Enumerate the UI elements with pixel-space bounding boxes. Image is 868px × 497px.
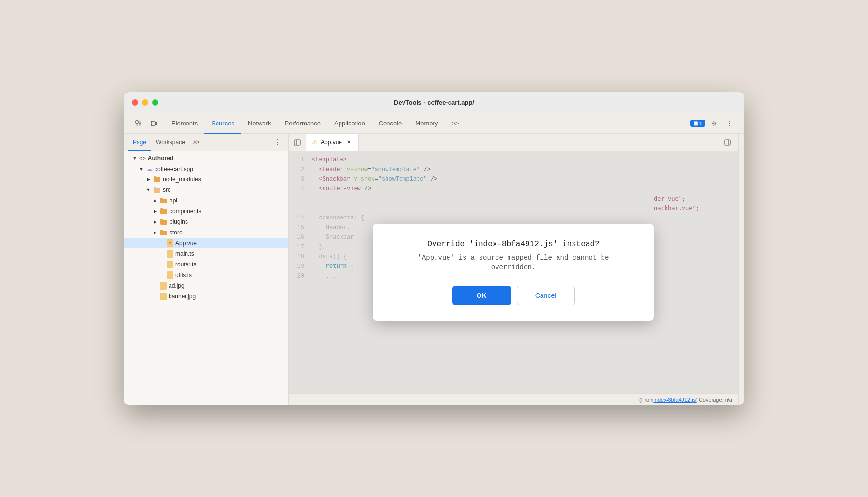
panel-tab-more[interactable]: >>: [190, 134, 202, 151]
tree-src[interactable]: ▼ src: [124, 185, 288, 195]
left-panel: Page Workspace >> ⋮ ▼ <> Authored ▼: [124, 134, 289, 405]
svg-rect-0: [136, 121, 138, 123]
dialog-buttons: OK Cancel: [396, 286, 631, 305]
api-chevron: ▶: [152, 198, 158, 203]
panel-options-icon[interactable]: ⋮: [271, 134, 284, 151]
file-icon-main-ts: [167, 250, 173, 258]
toolbar-right: ▦ 1 ⚙ ⋮: [686, 113, 740, 133]
cancel-button[interactable]: Cancel: [517, 286, 575, 305]
svg-rect-5: [151, 121, 155, 126]
traffic-lights: [132, 99, 158, 106]
tab-console[interactable]: Console: [372, 114, 409, 134]
authored-brackets: <>: [140, 155, 146, 161]
folder-icon-api: [160, 197, 168, 204]
editor-right-panel-icon[interactable]: [721, 136, 734, 149]
tree-components[interactable]: ▶ components: [124, 206, 288, 217]
folder-icon-store: [160, 229, 168, 236]
tab-page[interactable]: Page: [128, 134, 151, 151]
status-link[interactable]: index-8bfa4912.js: [653, 397, 696, 403]
src-chevron: ▼: [145, 187, 151, 193]
status-text-suffix: ) Coverage: n/a: [696, 397, 732, 403]
status-text-prefix: (From: [639, 397, 653, 403]
right-panel: ⚠ App.vue ✕ 1 <: [289, 134, 738, 405]
tab-network[interactable]: Network: [241, 114, 278, 134]
tab-warning-icon: ⚠: [312, 139, 318, 146]
tab-sources[interactable]: Sources: [204, 114, 241, 134]
device-icon[interactable]: [147, 117, 161, 130]
tree-main-ts[interactable]: ▶ main.ts: [124, 248, 288, 259]
inspect-icon[interactable]: [132, 117, 145, 130]
tree-ad-jpg[interactable]: ▶ ad.jpg: [124, 280, 288, 291]
file-icon-banner-jpg: [160, 293, 167, 300]
tree-store[interactable]: ▶ store: [124, 227, 288, 238]
dialog-box: Override 'index-8bfa4912.js' instead? 'A…: [373, 224, 654, 321]
svg-rect-7: [294, 140, 300, 145]
tab-workspace[interactable]: Workspace: [151, 134, 190, 151]
sidebar-toggle-icon[interactable]: [289, 134, 306, 151]
file-icon-router-ts: [167, 261, 173, 268]
svg-rect-6: [155, 122, 157, 125]
svg-rect-9: [725, 140, 730, 145]
status-bar: (From index-8bfa4912.js ) Coverage: n/a: [289, 393, 738, 405]
tab-performance[interactable]: Performance: [278, 114, 327, 134]
devtools-tabs: Elements Sources Network Performance App…: [165, 113, 686, 133]
main-area: Page Workspace >> ⋮ ▼ <> Authored ▼: [124, 134, 744, 405]
tree-node-modules[interactable]: ▶ node_modules: [124, 174, 288, 185]
dialog-overlay: Override 'index-8bfa4912.js' instead? 'A…: [289, 151, 738, 393]
title-bar: DevTools - coffee-cart.app/: [124, 92, 744, 113]
scrollbar-area[interactable]: [738, 134, 744, 405]
store-chevron: ▶: [152, 230, 158, 235]
tab-elements[interactable]: Elements: [165, 114, 204, 134]
window-title: DevTools - coffee-cart.app/: [394, 99, 474, 106]
authored-section[interactable]: ▼ <> Authored: [124, 153, 288, 164]
node-modules-chevron: ▶: [145, 176, 151, 182]
settings-icon[interactable]: ⚙: [707, 117, 721, 130]
tree-banner-jpg[interactable]: ▶ banner.jpg: [124, 291, 288, 302]
tree-plugins[interactable]: ▶ plugins: [124, 217, 288, 227]
minimize-button[interactable]: [142, 99, 148, 106]
maximize-button[interactable]: [152, 99, 158, 106]
panel-tabs: Page Workspace >> ⋮: [124, 134, 288, 151]
tab-close-icon[interactable]: ✕: [345, 139, 353, 146]
code-area[interactable]: 1 <template> 2 <Header v-show="showTempl…: [289, 151, 738, 393]
root-chevron: ▼: [139, 166, 144, 172]
more-options-icon[interactable]: ⋮: [723, 117, 736, 130]
tab-more[interactable]: >>: [445, 114, 465, 134]
editor-tab-app-vue[interactable]: ⚠ App.vue ✕: [306, 134, 359, 151]
close-button[interactable]: [132, 99, 138, 106]
authored-chevron: ▼: [132, 155, 138, 161]
folder-icon-plugins: [160, 218, 168, 226]
dialog-title: Override 'index-8bfa4912.js' instead?: [396, 239, 631, 249]
tree-utils-ts[interactable]: ▶ utils.ts: [124, 270, 288, 280]
file-icon-utils-ts: [167, 271, 173, 279]
ok-button[interactable]: OK: [452, 286, 511, 305]
components-chevron: ▶: [152, 208, 158, 214]
folder-icon-components: [160, 207, 168, 215]
file-icon-ad-jpg: [160, 282, 167, 290]
editor-tabs: ⚠ App.vue ✕: [289, 134, 738, 151]
tab-memory[interactable]: Memory: [408, 114, 445, 134]
file-icon-app-vue: V: [167, 239, 173, 247]
devtools-window: DevTools - coffee-cart.app/: [124, 92, 744, 405]
tree-root-coffee-cart[interactable]: ▼ ☁ coffee-cart.app: [124, 164, 288, 174]
console-badge[interactable]: ▦ 1: [690, 120, 705, 127]
tree-router-ts[interactable]: ▶ router.ts: [124, 259, 288, 270]
file-tree: ▼ <> Authored ▼ ☁ coffee-cart.app ▶ nod: [124, 151, 288, 405]
console-icon: ▦: [693, 120, 698, 126]
toolbar-icon-group: [128, 113, 165, 133]
dialog-subtitle: 'App.vue' is a source mapped file and ca…: [396, 253, 631, 272]
devtools-toolbar: Elements Sources Network Performance App…: [124, 113, 744, 134]
tree-app-vue[interactable]: ▶ V App.vue: [124, 238, 288, 248]
folder-icon-src: [153, 186, 161, 194]
plugins-chevron: ▶: [152, 219, 158, 225]
cloud-icon: ☁: [146, 165, 153, 172]
tab-application[interactable]: Application: [327, 114, 372, 134]
editor-panel-right: [717, 134, 738, 151]
folder-icon-node-modules: [153, 175, 161, 183]
tree-api[interactable]: ▶ api: [124, 195, 288, 206]
